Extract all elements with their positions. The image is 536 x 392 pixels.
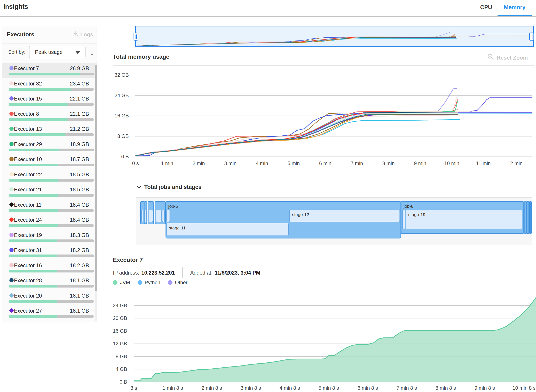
executor-peak-value: 21.2 GB: [70, 126, 89, 132]
executor-usage-bar-fill: [9, 118, 67, 121]
gantt-bar[interactable]: [526, 201, 528, 234]
sort-select[interactable]: Peak usage: [29, 46, 85, 58]
executor-peak-value: 23.4 GB: [70, 81, 89, 87]
executor-usage-bar: [9, 209, 94, 212]
legend-item-python: Python: [137, 280, 160, 285]
executor-list-item[interactable]: Executor 1522.1 GB: [2, 93, 97, 108]
sort-select-value: Peak usage: [35, 49, 62, 55]
svg-text:2 min: 2 min: [193, 160, 205, 166]
executor-usage-bar: [9, 179, 94, 182]
gantt-bar[interactable]: [402, 210, 405, 229]
svg-text:0 B: 0 B: [120, 379, 127, 385]
gantt-bar[interactable]: [149, 210, 153, 222]
logs-button-label: Logs: [80, 31, 93, 38]
executor-peak-value: 18.1 GB: [70, 277, 89, 284]
executor-peak-value: 18.3 GB: [70, 232, 89, 238]
total-memory-usage-chart[interactable]: 32 GB24 GB16 GB8 GB0 B0 s1 min2 min3 min…: [113, 63, 536, 176]
gantt-stage-bar[interactable]: stage-12: [290, 210, 400, 222]
executor-peak-value: 18.1 GB: [70, 308, 89, 314]
legend-item-jvm: JVM: [113, 280, 130, 285]
gantt-bar[interactable]: [162, 210, 165, 222]
jobs-stages-toggle[interactable]: Total jobs and stages: [136, 184, 202, 190]
executor-peak-value: 18.5 GB: [70, 187, 89, 193]
logs-button[interactable]: Logs: [72, 31, 93, 38]
legend-label-jvm: JVM: [120, 280, 130, 285]
executor-usage-bar-fill: [9, 270, 57, 272]
tab-memory[interactable]: Memory: [504, 4, 526, 11]
executor-color-dot: [9, 202, 14, 207]
executor-list-item[interactable]: Executor 1118.4 GB: [2, 200, 97, 214]
executor-usage-bar: [9, 285, 94, 288]
executor-name: Executor 8: [14, 111, 39, 117]
gantt-bar[interactable]: [528, 201, 530, 234]
gantt-stage-bar[interactable]: stage-19: [406, 210, 522, 229]
zoom-brush-chart[interactable]: [132, 20, 536, 50]
gantt-bar[interactable]: [524, 201, 526, 234]
reset-zoom-button[interactable]: Reset Zoom: [487, 53, 528, 62]
executor-list-item[interactable]: Executor 3223.4 GB: [2, 78, 97, 93]
added-at-value: 11/8/2023, 3:04 PM: [215, 270, 260, 276]
executor-list-item[interactable]: Executor 2818.1 GB: [2, 275, 97, 290]
executor-list-item[interactable]: Executor 822.1 GB: [2, 109, 97, 123]
ip-address-value: 10.223.52.201: [141, 270, 175, 276]
legend-label-python: Python: [145, 280, 160, 285]
executor-list-item[interactable]: Executor 2018.1 GB: [2, 290, 97, 305]
executor-list-item[interactable]: Executor 2718.1 GB: [2, 305, 97, 320]
executor-list-item[interactable]: Executor 2118.5 GB: [2, 184, 97, 199]
svg-text:20 GB: 20 GB: [113, 315, 127, 321]
svg-text:8 s: 8 s: [131, 385, 137, 391]
executor-list-item[interactable]: Executor 1321.2 GB: [2, 124, 97, 138]
gantt-bar[interactable]: [530, 201, 531, 234]
executor-name: Executor 16: [14, 262, 42, 269]
executor-color-dot: [9, 278, 14, 282]
executor-list-item[interactable]: Executor 2218.5 GB: [2, 169, 97, 184]
executor-list-item[interactable]: Executor 726.9 GB: [2, 63, 97, 78]
executor-usage-bar-fill: [9, 88, 71, 91]
gantt-bar[interactable]: [141, 210, 143, 222]
executor-usage-bar-fill: [9, 209, 58, 212]
jobs-stages-title: Total jobs and stages: [144, 184, 202, 190]
gantt-bar[interactable]: [167, 210, 170, 222]
executor-usage-bar-fill: [9, 300, 57, 303]
other-dot-icon: [168, 280, 173, 285]
gantt-bar[interactable]: [145, 210, 146, 222]
executor-list-item[interactable]: Executor 2418.4 GB: [2, 215, 97, 229]
executor-list-item[interactable]: Executor 1018.7 GB: [2, 154, 97, 169]
brush-handle-right[interactable]: [530, 33, 534, 40]
executor-list-item[interactable]: Executor 1918.3 GB: [2, 230, 97, 244]
svg-text:11 min: 11 min: [476, 160, 491, 166]
executor-usage-bar: [9, 239, 94, 242]
divider: [182, 267, 183, 278]
page-title: Insights: [3, 3, 28, 10]
legend-item-other: Other: [168, 280, 188, 285]
sort-row: Sort by: Peak usage ↓: [2, 46, 97, 59]
executor-list-item[interactable]: Executor 3118.2 GB: [2, 245, 97, 260]
executor-usage-bar: [9, 255, 94, 257]
executor-usage-bar: [9, 270, 94, 272]
brush-handle-left[interactable]: [134, 33, 138, 40]
executor-name: Executor 11: [14, 202, 42, 208]
gantt-bar[interactable]: [156, 210, 161, 222]
executor-list-item[interactable]: Executor 2918.9 GB: [2, 139, 97, 154]
executor-usage-bar: [9, 103, 94, 106]
executor-list-item[interactable]: Executor 1618.2 GB: [2, 260, 97, 275]
svg-text:0 s: 0 s: [132, 160, 139, 166]
executor-color-dot: [9, 308, 14, 313]
executor-color-dot: [9, 96, 14, 101]
executor-usage-bar: [9, 118, 94, 121]
chevron-down-icon: [136, 184, 142, 190]
executor-usage-bar-fill: [9, 255, 57, 257]
executor-list: Executor 726.9 GBExecutor 3223.4 GBExecu…: [2, 63, 97, 322]
executor-name: Executor 21: [14, 187, 42, 193]
sort-direction-button[interactable]: ↓: [87, 47, 97, 57]
scrollbar-thumb[interactable]: [95, 65, 97, 291]
executor-usage-bar-fill: [9, 194, 58, 197]
executor-memory-area-chart[interactable]: 24 GB20 GB16 GB12 GB8 GB4 GB0 B8 s1 min …: [113, 295, 536, 392]
executor-detail-meta: IP address: 10.223.52.201 Added at: 11/8…: [113, 267, 260, 278]
executor-usage-bar-fill: [9, 315, 57, 318]
executor-name: Executor 7: [14, 65, 39, 71]
tab-cpu[interactable]: CPU: [480, 4, 492, 11]
memory-chart-title: Total memory usage: [113, 53, 169, 60]
executors-title: Executors: [7, 31, 34, 38]
gantt-stage-bar[interactable]: stage-11: [166, 223, 288, 236]
